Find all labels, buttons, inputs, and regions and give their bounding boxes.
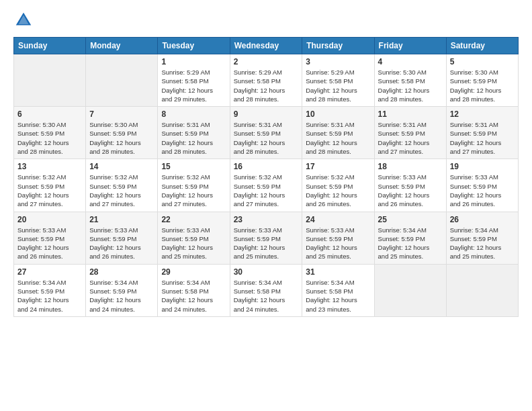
header-day-wednesday: Wednesday bbox=[230, 38, 302, 54]
day-number: 5 bbox=[450, 57, 515, 66]
day-info: Sunrise: 5:31 AM Sunset: 5:59 PM Dayligh… bbox=[450, 120, 515, 156]
day-number: 17 bbox=[306, 162, 370, 171]
day-number: 9 bbox=[234, 109, 299, 119]
calendar-cell: 26Sunrise: 5:34 AM Sunset: 5:59 PM Dayli… bbox=[446, 212, 518, 264]
day-info: Sunrise: 5:31 AM Sunset: 5:59 PM Dayligh… bbox=[234, 120, 299, 156]
day-info: Sunrise: 5:34 AM Sunset: 5:58 PM Dayligh… bbox=[234, 278, 299, 314]
calendar-body: 1Sunrise: 5:29 AM Sunset: 5:58 PM Daylig… bbox=[14, 54, 519, 317]
calendar-cell: 9Sunrise: 5:31 AM Sunset: 5:59 PM Daylig… bbox=[230, 107, 302, 159]
day-info: Sunrise: 5:33 AM Sunset: 5:59 PM Dayligh… bbox=[89, 226, 154, 261]
day-number: 2 bbox=[234, 57, 299, 66]
calendar-cell: 14Sunrise: 5:32 AM Sunset: 5:59 PM Dayli… bbox=[86, 159, 158, 212]
calendar-cell: 4Sunrise: 5:30 AM Sunset: 5:58 PM Daylig… bbox=[374, 54, 446, 107]
calendar-cell: 20Sunrise: 5:33 AM Sunset: 5:59 PM Dayli… bbox=[14, 212, 86, 264]
day-info: Sunrise: 5:30 AM Sunset: 5:58 PM Dayligh… bbox=[378, 68, 443, 103]
week-row-5: 27Sunrise: 5:34 AM Sunset: 5:59 PM Dayli… bbox=[14, 264, 519, 316]
day-number: 1 bbox=[161, 57, 226, 66]
day-info: Sunrise: 5:31 AM Sunset: 5:59 PM Dayligh… bbox=[161, 120, 226, 156]
calendar-cell: 3Sunrise: 5:29 AM Sunset: 5:58 PM Daylig… bbox=[302, 54, 374, 107]
day-info: Sunrise: 5:30 AM Sunset: 5:59 PM Dayligh… bbox=[17, 120, 82, 156]
day-info: Sunrise: 5:33 AM Sunset: 5:59 PM Dayligh… bbox=[234, 226, 299, 261]
calendar-cell: 21Sunrise: 5:33 AM Sunset: 5:59 PM Dayli… bbox=[86, 212, 158, 264]
day-number: 31 bbox=[306, 267, 370, 277]
day-info: Sunrise: 5:30 AM Sunset: 5:59 PM Dayligh… bbox=[89, 120, 154, 156]
day-info: Sunrise: 5:32 AM Sunset: 5:59 PM Dayligh… bbox=[17, 173, 82, 208]
calendar-cell: 6Sunrise: 5:30 AM Sunset: 5:59 PM Daylig… bbox=[14, 107, 86, 159]
calendar-cell bbox=[14, 54, 86, 107]
calendar-cell bbox=[86, 54, 158, 107]
day-number: 12 bbox=[450, 109, 515, 119]
day-number: 22 bbox=[161, 215, 226, 224]
header-day-saturday: Saturday bbox=[446, 38, 518, 54]
calendar-cell: 13Sunrise: 5:32 AM Sunset: 5:59 PM Dayli… bbox=[14, 159, 86, 212]
calendar-cell: 10Sunrise: 5:31 AM Sunset: 5:59 PM Dayli… bbox=[302, 107, 374, 159]
calendar-cell: 11Sunrise: 5:31 AM Sunset: 5:59 PM Dayli… bbox=[374, 107, 446, 159]
calendar-cell: 5Sunrise: 5:30 AM Sunset: 5:59 PM Daylig… bbox=[446, 54, 518, 107]
header-day-sunday: Sunday bbox=[14, 38, 86, 54]
day-number: 27 bbox=[17, 267, 82, 277]
day-info: Sunrise: 5:32 AM Sunset: 5:59 PM Dayligh… bbox=[234, 173, 299, 208]
day-number: 16 bbox=[234, 162, 299, 171]
calendar-cell: 16Sunrise: 5:32 AM Sunset: 5:59 PM Dayli… bbox=[230, 159, 302, 212]
day-info: Sunrise: 5:34 AM Sunset: 5:59 PM Dayligh… bbox=[89, 278, 154, 314]
calendar-table: SundayMondayTuesdayWednesdayThursdayFrid… bbox=[13, 37, 519, 317]
day-info: Sunrise: 5:32 AM Sunset: 5:59 PM Dayligh… bbox=[161, 173, 226, 208]
calendar-cell: 23Sunrise: 5:33 AM Sunset: 5:59 PM Dayli… bbox=[230, 212, 302, 264]
day-number: 8 bbox=[161, 109, 226, 119]
calendar-cell: 15Sunrise: 5:32 AM Sunset: 5:59 PM Dayli… bbox=[158, 159, 230, 212]
day-info: Sunrise: 5:30 AM Sunset: 5:59 PM Dayligh… bbox=[450, 68, 515, 103]
day-number: 28 bbox=[89, 267, 154, 277]
calendar-cell: 28Sunrise: 5:34 AM Sunset: 5:59 PM Dayli… bbox=[86, 264, 158, 316]
day-number: 30 bbox=[234, 267, 299, 277]
calendar-cell: 30Sunrise: 5:34 AM Sunset: 5:58 PM Dayli… bbox=[230, 264, 302, 316]
header-day-tuesday: Tuesday bbox=[158, 38, 230, 54]
day-info: Sunrise: 5:33 AM Sunset: 5:59 PM Dayligh… bbox=[450, 173, 515, 208]
week-row-3: 13Sunrise: 5:32 AM Sunset: 5:59 PM Dayli… bbox=[14, 159, 519, 212]
header-day-thursday: Thursday bbox=[302, 38, 374, 54]
day-number: 23 bbox=[234, 215, 299, 224]
day-number: 19 bbox=[450, 162, 515, 171]
day-number: 3 bbox=[306, 57, 370, 66]
header-day-monday: Monday bbox=[86, 38, 158, 54]
calendar-cell bbox=[446, 264, 518, 316]
calendar-cell: 7Sunrise: 5:30 AM Sunset: 5:59 PM Daylig… bbox=[86, 107, 158, 159]
logo-icon bbox=[13, 10, 34, 30]
page: SundayMondayTuesdayWednesdayThursdayFrid… bbox=[0, 0, 532, 411]
day-info: Sunrise: 5:29 AM Sunset: 5:58 PM Dayligh… bbox=[161, 68, 226, 103]
day-info: Sunrise: 5:33 AM Sunset: 5:59 PM Dayligh… bbox=[306, 226, 370, 261]
calendar-cell: 1Sunrise: 5:29 AM Sunset: 5:58 PM Daylig… bbox=[158, 54, 230, 107]
calendar-cell: 12Sunrise: 5:31 AM Sunset: 5:59 PM Dayli… bbox=[446, 107, 518, 159]
calendar-cell: 22Sunrise: 5:33 AM Sunset: 5:59 PM Dayli… bbox=[158, 212, 230, 264]
calendar-cell: 19Sunrise: 5:33 AM Sunset: 5:59 PM Dayli… bbox=[446, 159, 518, 212]
day-info: Sunrise: 5:29 AM Sunset: 5:58 PM Dayligh… bbox=[306, 68, 370, 103]
calendar-cell: 24Sunrise: 5:33 AM Sunset: 5:59 PM Dayli… bbox=[302, 212, 374, 264]
day-info: Sunrise: 5:32 AM Sunset: 5:59 PM Dayligh… bbox=[306, 173, 370, 208]
calendar-cell: 25Sunrise: 5:34 AM Sunset: 5:59 PM Dayli… bbox=[374, 212, 446, 264]
week-row-4: 20Sunrise: 5:33 AM Sunset: 5:59 PM Dayli… bbox=[14, 212, 519, 264]
header-row: SundayMondayTuesdayWednesdayThursdayFrid… bbox=[14, 38, 519, 54]
week-row-1: 1Sunrise: 5:29 AM Sunset: 5:58 PM Daylig… bbox=[14, 54, 519, 107]
day-number: 11 bbox=[378, 109, 443, 119]
day-info: Sunrise: 5:34 AM Sunset: 5:59 PM Dayligh… bbox=[17, 278, 82, 314]
day-number: 15 bbox=[161, 162, 226, 171]
calendar-cell bbox=[374, 264, 446, 316]
calendar-cell: 17Sunrise: 5:32 AM Sunset: 5:59 PM Dayli… bbox=[302, 159, 374, 212]
day-info: Sunrise: 5:34 AM Sunset: 5:59 PM Dayligh… bbox=[378, 226, 443, 261]
day-info: Sunrise: 5:31 AM Sunset: 5:59 PM Dayligh… bbox=[378, 120, 443, 156]
day-number: 24 bbox=[306, 215, 370, 224]
day-number: 18 bbox=[378, 162, 443, 171]
day-info: Sunrise: 5:33 AM Sunset: 5:59 PM Dayligh… bbox=[161, 226, 226, 261]
day-number: 10 bbox=[306, 109, 370, 119]
day-info: Sunrise: 5:34 AM Sunset: 5:59 PM Dayligh… bbox=[450, 226, 515, 261]
day-info: Sunrise: 5:34 AM Sunset: 5:58 PM Dayligh… bbox=[161, 278, 226, 314]
calendar-header: SundayMondayTuesdayWednesdayThursdayFrid… bbox=[14, 38, 519, 54]
day-number: 4 bbox=[378, 57, 443, 66]
calendar-cell: 8Sunrise: 5:31 AM Sunset: 5:59 PM Daylig… bbox=[158, 107, 230, 159]
calendar-cell: 27Sunrise: 5:34 AM Sunset: 5:59 PM Dayli… bbox=[14, 264, 86, 316]
day-info: Sunrise: 5:29 AM Sunset: 5:58 PM Dayligh… bbox=[234, 68, 299, 103]
day-info: Sunrise: 5:33 AM Sunset: 5:59 PM Dayligh… bbox=[17, 226, 82, 261]
day-number: 21 bbox=[89, 215, 154, 224]
calendar-cell: 2Sunrise: 5:29 AM Sunset: 5:58 PM Daylig… bbox=[230, 54, 302, 107]
day-number: 13 bbox=[17, 162, 82, 171]
day-number: 7 bbox=[89, 109, 154, 119]
